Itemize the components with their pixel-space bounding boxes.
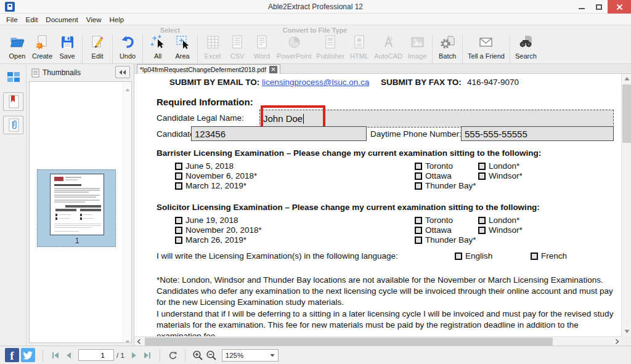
language-option-english: English [455,251,492,261]
checkbox[interactable] [415,163,422,170]
menu-bar: File Edit Document View Help [0,14,631,25]
solicitor-date-option: March 26, 2019* [175,235,246,245]
checkbox[interactable] [478,163,486,170]
vertical-scroll-thumb[interactable] [622,84,631,143]
menu-file[interactable]: File [6,16,23,23]
checkbox[interactable] [175,172,182,180]
zoom-in-button[interactable] [191,349,205,362]
tab-close-button[interactable] [269,66,277,73]
double-chevron-left-icon [119,70,126,75]
last-page-icon [143,352,152,359]
submit-email-label: SUBMIT BY EMAIL TO: [169,78,259,87]
barrister-city-option: Windsor* [478,171,523,180]
thumbnails-panel-button[interactable] [3,68,23,86]
menu-help[interactable]: Help [110,16,130,23]
solicitor-date-option: November 20, 2018* [175,225,262,235]
checkbox[interactable] [175,217,182,224]
candidate-id-field[interactable]: 123456 [191,126,367,141]
edit-button[interactable]: Edit [85,33,110,60]
excel-icon [204,33,221,51]
submit-email-link[interactable]: licensingprocess@lsuc.on.ca [262,78,369,87]
checkbox[interactable] [175,237,182,244]
checkbox[interactable] [415,227,422,234]
zoom-out-button[interactable] [205,349,218,362]
select-group-label: Select [145,26,195,34]
menu-edit[interactable]: Edit [26,16,44,23]
scroll-down-icon[interactable] [125,336,130,341]
save-button[interactable]: Save [55,33,79,60]
thumbnails-scrollbar[interactable] [123,82,131,342]
thumbnails-list: 1 [29,81,132,343]
rotate-icon [168,350,177,360]
page-1-thumbnail[interactable]: 1 [37,169,116,247]
collapse-panel-button[interactable] [115,66,130,78]
convert-csv-button: CSV [225,33,250,60]
checkbox[interactable] [478,217,486,224]
facebook-button[interactable]: f [5,348,19,362]
rotate-button[interactable] [166,349,179,362]
zoom-level-dropdown[interactable]: 125% [222,349,279,362]
phone-field[interactable]: 555-555-55555 [461,126,614,141]
application-window: Able2Extract Professional 12 File Edit D… [0,0,631,364]
toolbar: Open Create Save Edit [0,25,631,64]
panel-title: Thumbnails [43,68,81,77]
checkbox[interactable] [415,182,422,190]
document-tab[interactable]: *lp04frmRequestChangeDeferment2018.pdf [137,64,280,74]
horizontal-scrollbar[interactable] [134,336,621,346]
solicitor-heading: Solicitor Licensing Examination – Please… [157,203,540,212]
checkbox[interactable] [175,163,182,170]
scroll-left-icon[interactable] [134,337,144,346]
paperclip-icon [7,118,20,132]
create-button[interactable]: Create [30,33,55,60]
twitter-button[interactable] [21,348,35,362]
scroll-up-icon[interactable] [622,74,631,84]
submit-fax-label: SUBMIT BY FAX TO: [381,78,462,87]
attachments-panel-button[interactable] [3,116,23,134]
previous-page-button[interactable] [62,349,76,362]
menu-document[interactable]: Document [46,16,83,23]
language-option-french: French [531,251,567,261]
checkbox[interactable] [531,253,538,260]
page-number-input[interactable] [78,349,114,361]
bookmarks-panel-button[interactable] [3,92,23,111]
checkbox[interactable] [415,172,422,180]
scroll-right-icon[interactable] [612,337,621,346]
maximize-button[interactable] [590,0,608,14]
horizontal-scroll-thumb[interactable] [145,338,553,346]
checkbox[interactable] [478,227,486,234]
barrister-city-option: Ottawa [415,171,452,180]
checkbox[interactable] [455,253,462,260]
menu-view[interactable]: View [86,16,107,23]
checkbox[interactable] [175,182,182,190]
zoom-in-icon [192,350,203,361]
language-label: I will write the Licensing Examination(s… [157,251,398,261]
twitter-bird-icon [23,351,33,360]
next-page-button[interactable] [127,349,140,362]
search-button[interactable]: Search [513,33,539,60]
solicitor-date-option: June 19, 2018 [175,216,238,225]
window-title: Able2Extract Professional 12 [0,2,631,11]
scroll-up-icon[interactable] [125,84,130,89]
tab-title: *lp04frmRequestChangeDeferment2018.pdf [140,66,266,73]
select-all-button[interactable]: All [145,33,170,60]
checkbox[interactable] [415,237,422,244]
scroll-down-icon[interactable] [622,326,631,336]
first-page-button[interactable] [49,349,62,362]
zoom-out-icon [206,350,217,361]
last-page-button[interactable] [140,349,154,362]
convert-word-button: Word [250,33,274,60]
checkbox[interactable] [478,172,486,180]
checkbox[interactable] [175,227,182,234]
select-area-button[interactable]: Area [170,33,195,60]
minimize-button[interactable] [573,0,590,14]
tell-a-friend-button[interactable]: Tell a Friend [465,33,507,60]
undo-button[interactable]: Undo [115,33,140,60]
close-button[interactable] [608,0,631,14]
batch-button[interactable]: Batch [435,33,460,60]
open-button[interactable]: Open [5,33,30,60]
barrister-date-option: June 5, 2018 [175,161,234,171]
page-1-thumbnail-preview [50,174,104,235]
checkbox[interactable] [415,217,422,224]
search-binoculars-icon [517,33,534,51]
vertical-scrollbar[interactable] [621,74,631,336]
